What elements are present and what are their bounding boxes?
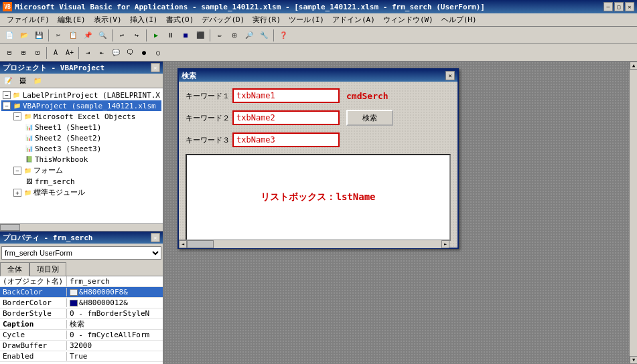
search-button[interactable]: 検索	[346, 110, 393, 126]
toolbar-design[interactable]: ✏	[213, 29, 226, 42]
close-button[interactable]: ✕	[625, 2, 634, 11]
scroll-up-btn[interactable]: ▲	[630, 62, 637, 70]
menu-view[interactable]: 表示(V)	[90, 13, 126, 26]
toolbar2-indent[interactable]: ⇥	[81, 46, 94, 60]
dialog-close-button[interactable]: ✕	[445, 71, 455, 80]
txbname3-input[interactable]	[232, 132, 340, 147]
expand-icon[interactable]: −	[13, 167, 21, 175]
props-row-caption[interactable]: Caption 検索	[0, 319, 163, 330]
window-title: Microsoft Visual Basic for Applications …	[15, 3, 485, 11]
menu-addins[interactable]: アドイン(A)	[328, 13, 379, 26]
toolbar2-btn2[interactable]: ⊞	[17, 46, 30, 60]
tree-modules[interactable]: + 📁 標準モジュール	[1, 187, 161, 198]
props-close-btn[interactable]: ✕	[151, 233, 160, 242]
tree-sheet3[interactable]: 📊 Sheet3 (Sheet3)	[1, 143, 161, 154]
toolbar2-comment[interactable]: 💬	[109, 46, 123, 60]
userform-dialog: 検索 ✕ キーワード１ cmdSerch キーワード２	[178, 68, 459, 249]
toolbar-help[interactable]: ❓	[277, 29, 290, 42]
props-row-bordercolor[interactable]: BorderColor &H80000012&	[0, 298, 163, 308]
expand-icon[interactable]: −	[3, 102, 11, 110]
toolbar-reset[interactable]: ⬛	[194, 29, 207, 42]
toolbar2-sep1	[46, 47, 47, 59]
menu-file[interactable]: ファイル(F)	[3, 13, 54, 26]
listbox-label-text: リストボックス：lstName	[261, 191, 375, 203]
toolbar-stop[interactable]: ■	[179, 29, 192, 42]
properties-panel: プロパティ - frm_serch ✕ frm_serch UserForm 全…	[0, 230, 163, 364]
expand-icon[interactable]: −	[13, 112, 21, 120]
txbname1-input[interactable]	[232, 88, 340, 103]
tree-vbaproject[interactable]: − 📁 VBAProject (sample_140121.xlsm	[1, 100, 161, 111]
project-close-btn[interactable]: ✕	[151, 63, 160, 72]
tree-sheet1[interactable]: 📊 Sheet1 (Sheet1)	[1, 122, 161, 132]
project-toggle-folders[interactable]: 📁	[31, 74, 44, 88]
menu-run[interactable]: 実行(R)	[249, 13, 285, 26]
minimize-button[interactable]: ─	[604, 2, 613, 11]
props-row-drawbuffer[interactable]: DrawBuffer 32000	[0, 341, 163, 351]
menu-format[interactable]: 書式(O)	[162, 13, 198, 26]
toolbar-row1: 📄 📂 💾 ✂ 📋 📌 🔍 ↩ ↪ ▶ ⏸ ■ ⬛ ✏ ⊞ 🔎 🔧 ❓	[0, 27, 637, 44]
toolbar2-toggle-bp[interactable]: ●	[137, 46, 151, 60]
maximize-button[interactable]: □	[614, 2, 624, 11]
menu-debug[interactable]: デバッグ(D)	[198, 13, 249, 26]
menu-edit[interactable]: 編集(E)	[54, 13, 90, 26]
props-row-borderstyle[interactable]: BorderStyle 0 - fmBorderStyleN	[0, 308, 163, 319]
toolbar-copy[interactable]: 📋	[66, 29, 80, 42]
project-explorer: プロジェクト - VBAProject ✕ 📝 🖼 📁 − 📁 LabelPri…	[0, 62, 163, 230]
app-icon: VB	[3, 2, 12, 11]
txbname2-input[interactable]	[232, 110, 340, 125]
toolbar-find[interactable]: 🔍	[96, 29, 109, 42]
expand-icon[interactable]: −	[3, 91, 11, 99]
sheet-icon: 📊	[24, 144, 33, 153]
toolbar-pause[interactable]: ⏸	[164, 29, 178, 42]
toolbar-redo[interactable]: ↪	[130, 29, 143, 42]
scroll-track-vert[interactable]	[630, 70, 637, 356]
scroll-down-btn[interactable]: ▼	[630, 356, 637, 364]
toolbar2-outdent[interactable]: ⇤	[95, 46, 109, 60]
scroll-left-btn[interactable]: ◄	[179, 240, 187, 248]
toolbar-props[interactable]: ⊞	[228, 29, 241, 42]
toolbar-cut[interactable]: ✂	[52, 29, 65, 42]
menu-tools[interactable]: ツール(I)	[285, 13, 328, 26]
bordercolor-swatch	[70, 300, 78, 306]
tree-frm-serch[interactable]: 🖼 frm_serch	[1, 176, 161, 187]
toolbar-object-browser[interactable]: 🔎	[242, 29, 256, 42]
tree-labelprint[interactable]: − 📁 LabelPrintProject (LABELPRINT.X	[1, 90, 161, 100]
props-tab-category[interactable]: 項目別	[29, 262, 66, 276]
scroll-track[interactable]	[187, 240, 441, 248]
toolbar2-uncomment[interactable]: 🗨	[123, 46, 137, 60]
dialog-bottom-scrollbar: ◄ ►	[179, 240, 449, 248]
expand-icon[interactable]: +	[13, 189, 21, 197]
scroll-right-btn[interactable]: ►	[441, 240, 449, 248]
tree-forms[interactable]: − 📁 フォーム	[1, 165, 161, 176]
horiz-scroll[interactable]	[0, 224, 163, 231]
props-tab-all[interactable]: 全体	[0, 262, 29, 276]
toolbar2-btn3[interactable]: ⊡	[31, 46, 44, 60]
menu-help[interactable]: ヘルプ(H)	[437, 13, 481, 26]
menu-insert[interactable]: 挿入(I)	[126, 13, 162, 26]
project-view-object[interactable]: 🖼	[16, 74, 29, 88]
props-row-enabled[interactable]: Enabled True	[0, 351, 163, 362]
toolbar-paste[interactable]: 📌	[81, 29, 94, 42]
toolbar-open[interactable]: 📂	[17, 29, 31, 42]
props-row-cycle[interactable]: Cycle 0 - fmCycleAllForm	[0, 330, 163, 341]
project-view-code[interactable]: 📝	[1, 74, 15, 88]
tree-excel-objects[interactable]: − 📁 Microsoft Excel Objects	[1, 111, 161, 122]
props-row-objectname[interactable]: (オブジェクト名) frm_serch	[0, 276, 163, 287]
props-object-select[interactable]: frm_serch UserForm	[1, 246, 161, 260]
toolbar2-btn4[interactable]: A	[49, 46, 62, 60]
toolbar-undo[interactable]: ↩	[115, 29, 129, 42]
toolbar-new[interactable]: 📄	[3, 29, 16, 42]
toolbar2-btn5[interactable]: A+	[63, 46, 76, 60]
tree-sheet2[interactable]: 📊 Sheet2 (Sheet2)	[1, 132, 161, 143]
toolbar2-clear-bp[interactable]: ○	[151, 46, 165, 60]
toolbar-save[interactable]: 💾	[32, 29, 46, 42]
menu-window[interactable]: ウィンドウ(W)	[379, 13, 437, 26]
keyword3-label: キーワード３	[186, 135, 232, 145]
toolbar2-btn1[interactable]: ⊟	[3, 46, 16, 60]
button-area: cmdSerch	[346, 91, 388, 101]
toolbar-run[interactable]: ▶	[149, 29, 163, 42]
listbox-lstname[interactable]: リストボックス：lstName	[186, 154, 451, 241]
toolbar-toolbox[interactable]: 🔧	[257, 29, 271, 42]
props-row-backcolor[interactable]: BackColor &H800000F8&	[0, 287, 163, 298]
tree-thisworkbook[interactable]: 📗 ThisWorkbook	[1, 154, 161, 165]
